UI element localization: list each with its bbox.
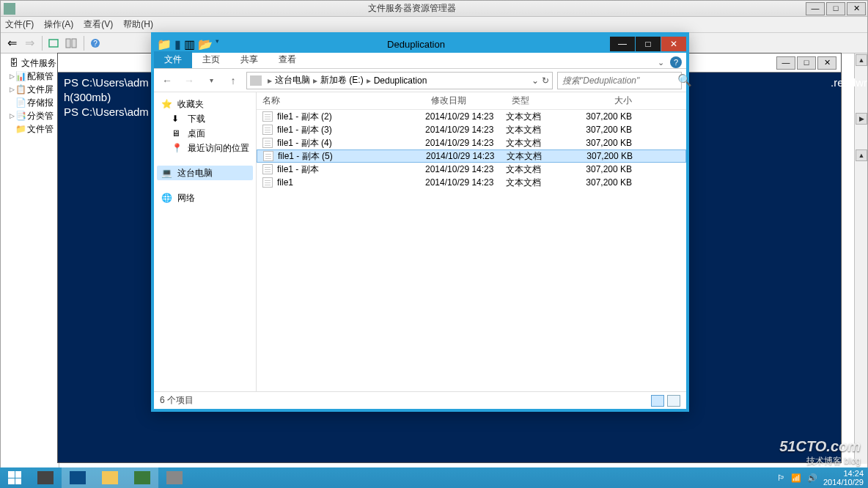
nav-back-icon[interactable]: ⇐ xyxy=(4,35,20,51)
search-icon[interactable]: 🔍 xyxy=(677,73,692,87)
ribbon-tab-home[interactable]: 主页 xyxy=(192,51,230,68)
tray-clock[interactable]: 14:24 2014/10/29 xyxy=(823,469,864,487)
file-type: 文本文档 xyxy=(506,124,572,136)
col-size[interactable]: 大小 xyxy=(572,95,638,107)
file-type: 文本文档 xyxy=(506,163,572,176)
search-box[interactable]: 🔍 xyxy=(557,72,682,89)
file-row[interactable]: file1 - 副本 (2)2014/10/29 14:23文本文档307,20… xyxy=(257,110,686,123)
star-icon: ⭐ xyxy=(161,99,173,109)
search-input[interactable] xyxy=(558,75,677,86)
file-row[interactable]: file1 - 副本 (4)2014/10/29 14:23文本文档307,20… xyxy=(257,136,686,149)
menu-help[interactable]: 帮助(H) xyxy=(123,18,153,31)
menu-file[interactable]: 文件(F) xyxy=(5,18,34,31)
text-file-icon xyxy=(263,151,273,161)
toolbar-btn-1[interactable] xyxy=(45,35,62,51)
ribbon-tab-view[interactable]: 查看 xyxy=(268,51,306,68)
fsrm-tree[interactable]: 🗄文件服务 ▷📊配额管 ▷📋文件屏 📄存储报 ▷📑分类管 📁文件管 xyxy=(1,53,59,468)
ribbon-tab-share[interactable]: 共享 xyxy=(230,51,268,68)
close-button[interactable]: ✕ xyxy=(847,2,866,15)
pc-icon xyxy=(250,75,262,86)
minimize-button[interactable]: — xyxy=(806,2,825,15)
fsrm-title: 文件服务器资源管理器 xyxy=(18,2,806,15)
file-size: 307,200 KB xyxy=(572,138,638,148)
view-large-icon[interactable] xyxy=(667,395,680,407)
task-server-manager[interactable] xyxy=(29,467,62,488)
explorer-titlebar[interactable]: 📁 ▮ ▥ 📂 ▾ Deduplication — □ ✕ xyxy=(154,35,686,53)
explorer-title: Deduplication xyxy=(222,39,610,50)
new-folder-icon[interactable]: 📂 xyxy=(198,37,213,51)
close-button[interactable]: ✕ xyxy=(661,37,686,51)
maximize-button[interactable]: □ xyxy=(636,37,661,51)
breadcrumb-drive[interactable]: 新加卷 (E:) xyxy=(320,74,364,86)
help-icon[interactable]: ? xyxy=(87,35,103,51)
nav-desktop[interactable]: 🖥桌面 xyxy=(157,126,253,141)
tree-item[interactable]: ▷📑分类管 xyxy=(2,109,57,122)
dropdown-icon[interactable]: ▾ xyxy=(216,37,219,51)
network-icon: 🌐 xyxy=(161,193,173,203)
tree-item[interactable]: 📁文件管 xyxy=(2,122,57,136)
file-row[interactable]: file1 - 副本 (3)2014/10/29 14:23文本文档307,20… xyxy=(257,123,686,136)
properties-icon[interactable]: ▥ xyxy=(184,37,195,51)
file-row[interactable]: file1 - 副本 (5)2014/10/29 14:23文本文档307,20… xyxy=(257,149,686,163)
task-explorer[interactable] xyxy=(94,467,126,488)
menu-action[interactable]: 操作(A) xyxy=(44,18,73,31)
col-name[interactable]: 名称 xyxy=(257,95,425,107)
file-row[interactable]: file12014/10/29 14:23文本文档307,200 KB xyxy=(257,176,686,189)
right-pane-scrollbar[interactable]: ▲ ▶ ▲ xyxy=(854,53,867,464)
tree-root[interactable]: 🗄文件服务 xyxy=(2,56,57,70)
tree-item[interactable]: ▷📊配额管 xyxy=(2,70,57,83)
address-bar[interactable]: ▸ 这台电脑 ▸ 新加卷 (E:) ▸ Deduplication ⌄ ↻ xyxy=(246,72,553,89)
file-name: file1 - 副本 (5) xyxy=(278,150,333,163)
toolbar-btn-2[interactable] xyxy=(63,35,79,51)
task-fsrm[interactable] xyxy=(126,467,158,488)
ribbon-tab-file[interactable]: 文件 xyxy=(154,51,192,68)
tree-item[interactable]: ▷📋文件屏 xyxy=(2,83,57,96)
scroll-expand-icon[interactable]: ▶ xyxy=(856,113,867,125)
nav-favorites[interactable]: ⭐收藏夹 xyxy=(157,97,253,111)
file-size: 307,200 KB xyxy=(572,111,638,122)
tray-flag-icon[interactable]: 🏳 xyxy=(777,473,785,482)
scroll-down-icon[interactable]: ▲ xyxy=(856,149,867,161)
scroll-up-icon[interactable]: ▲ xyxy=(856,54,867,66)
nav-fwd-icon[interactable]: → xyxy=(180,72,198,89)
nav-recent-icon[interactable]: ▾ xyxy=(202,72,220,89)
file-row[interactable]: file1 - 副本2014/10/29 14:23文本文档307,200 KB xyxy=(257,163,686,176)
nav-this-pc[interactable]: 💻这台电脑 xyxy=(157,166,253,180)
maximize-button[interactable]: □ xyxy=(797,56,816,70)
refresh-icon[interactable]: ↻ xyxy=(542,75,549,86)
fsrm-titlebar[interactable]: 文件服务器资源管理器 — □ ✕ xyxy=(1,1,867,17)
nav-up-icon[interactable]: ↑ xyxy=(224,72,242,89)
nav-downloads[interactable]: ⬇下载 xyxy=(157,111,253,126)
nav-network[interactable]: 🌐网络 xyxy=(157,191,253,205)
system-tray[interactable]: 🏳 📶 🔊 14:24 2014/10/29 xyxy=(773,467,868,488)
ribbon-expand-icon[interactable]: ⌄ xyxy=(658,58,664,67)
nav-fwd-icon[interactable]: ⇒ xyxy=(21,35,37,51)
maximize-button[interactable]: □ xyxy=(826,2,845,15)
tray-sound-icon[interactable]: 🔊 xyxy=(807,473,817,483)
close-button[interactable]: ✕ xyxy=(817,56,836,70)
column-headers[interactable]: 名称 修改日期 类型 大小 xyxy=(257,92,686,110)
task-unknown[interactable] xyxy=(158,467,191,488)
help-icon[interactable]: ? xyxy=(670,56,682,68)
menu-view[interactable]: 查看(V) xyxy=(84,18,113,31)
view-details-icon[interactable] xyxy=(651,395,664,407)
tray-network-icon[interactable]: 📶 xyxy=(791,473,801,483)
start-button[interactable] xyxy=(0,467,29,488)
status-bar: 6 个项目 xyxy=(154,391,686,409)
task-powershell[interactable] xyxy=(62,467,94,488)
nav-back-icon[interactable]: ← xyxy=(158,72,176,89)
text-file-icon xyxy=(262,164,273,174)
col-type[interactable]: 类型 xyxy=(506,95,572,107)
tree-item[interactable]: 📄存储报 xyxy=(2,96,57,109)
svg-rect-0 xyxy=(49,40,58,47)
file-date: 2014/10/29 14:23 xyxy=(425,138,506,148)
text-file-icon xyxy=(262,125,273,135)
nav-recent[interactable]: 📍最近访问的位置 xyxy=(157,141,253,155)
breadcrumb-folder[interactable]: Deduplication xyxy=(374,75,427,86)
col-date[interactable]: 修改日期 xyxy=(425,95,506,107)
address-dropdown-icon[interactable]: ⌄ xyxy=(532,75,539,86)
breadcrumb-pc[interactable]: 这台电脑 xyxy=(275,74,310,86)
folder-icon: 📁 xyxy=(157,37,172,51)
minimize-button[interactable]: — xyxy=(776,56,795,70)
minimize-button[interactable]: — xyxy=(610,37,635,51)
